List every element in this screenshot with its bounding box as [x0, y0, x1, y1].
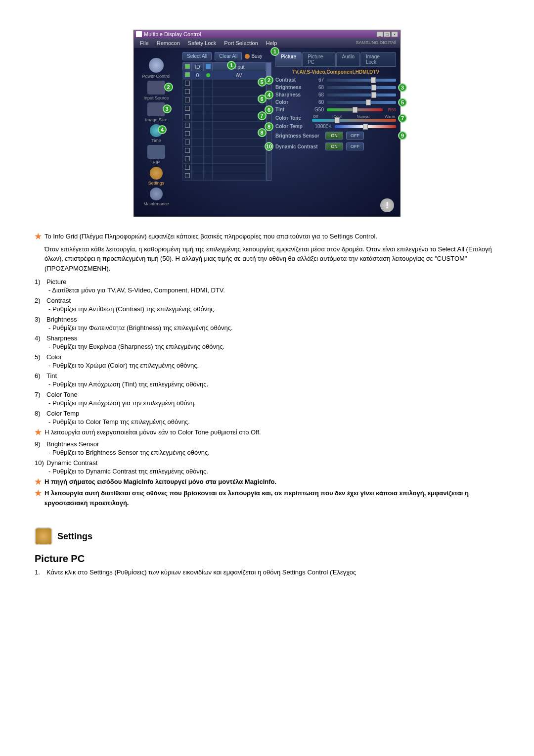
dynamic-contrast-on[interactable]: ON	[325, 142, 343, 150]
status-dot-icon	[206, 73, 210, 77]
dynamic-contrast-row: 10 Dynamic Contrast ON OFF	[275, 141, 396, 152]
main-area: Select All Clear All Busy 1 ID In	[178, 48, 400, 216]
brightness-sensor-on[interactable]: ON	[325, 132, 343, 140]
callout-badge: 10	[265, 142, 273, 151]
contrast-row: 2 Contrast 67	[275, 76, 396, 84]
sharpness-slider[interactable]	[327, 94, 396, 96]
tab-picture-pc[interactable]: Picture PC	[302, 52, 336, 67]
clear-all-button[interactable]: Clear All	[215, 52, 242, 60]
menu-safety-lock[interactable]: Safety Lock	[184, 39, 220, 47]
col-status	[204, 63, 213, 71]
callout-badge: 3	[398, 83, 407, 92]
pip-icon	[147, 145, 165, 159]
minimize-button[interactable]: _	[376, 31, 383, 37]
callout-badge: 1	[227, 61, 236, 70]
color-temp-row: 8 Color Temp 10000K	[275, 123, 396, 130]
table-row[interactable]	[183, 172, 266, 181]
tab-picture[interactable]: Picture	[275, 52, 302, 67]
sidebar-item-time[interactable]: Time 4	[150, 124, 163, 143]
table-row[interactable]: 0 AV	[183, 71, 266, 80]
callout-badge: 5	[398, 98, 407, 107]
list-item: 7)Color Tone- Ρυθμίζει την Απόχρωση για …	[35, 391, 499, 407]
table-row[interactable]	[183, 139, 266, 147]
table-row[interactable]: 8	[183, 130, 266, 139]
busy-indicator: Busy	[245, 53, 262, 59]
list-item: 1. Κάντε κλικ στο Settings (Ρυθμίσεις) τ…	[35, 568, 499, 576]
table-row[interactable]: 7	[183, 113, 266, 122]
brightness-sensor-row: Brightness Sensor ON OFF 9	[275, 130, 396, 141]
menu-file[interactable]: File	[136, 39, 153, 47]
tab-audio[interactable]: Audio	[336, 52, 360, 67]
callout-badge: 7	[398, 114, 407, 123]
color-temp-slider[interactable]	[335, 125, 396, 128]
settings-section-icon	[35, 527, 52, 545]
callout-badge: 9	[398, 131, 407, 140]
callout-badge: 3	[163, 104, 172, 113]
document-body: ★ Το Info Grid (Πλέγμα Πληροφοριών) εμφα…	[35, 232, 499, 576]
list-item: 1)Picture- Διατίθεται μόνο για TV,AV, S-…	[35, 278, 499, 294]
maximize-button[interactable]: □	[384, 31, 391, 37]
power-icon	[149, 58, 164, 73]
table-row[interactable]: 6	[183, 96, 266, 105]
col-check	[183, 63, 192, 71]
section-heading: Settings	[35, 527, 499, 545]
callout-badge: 2	[265, 76, 273, 85]
col-id: ID	[192, 63, 204, 71]
intro-text: Το Info Grid (Πλέγμα Πληροφοριών) εμφανί…	[44, 232, 499, 241]
info-grid-table: ID Input 0 AV 5 6	[182, 62, 266, 181]
color-slider[interactable]	[327, 101, 396, 104]
star-icon: ★	[35, 488, 42, 498]
tint-slider[interactable]	[327, 108, 383, 111]
menu-port-selection[interactable]: Port Selection	[220, 39, 262, 47]
window-title: Multiple Display Control	[144, 31, 201, 37]
table-row[interactable]	[183, 105, 266, 113]
menu-remocon[interactable]: Remocon	[153, 39, 184, 47]
brand-label: SAMSUNG DIGITAll	[354, 39, 398, 47]
select-all-button[interactable]: Select All	[182, 52, 212, 60]
app-window: Multiple Display Control _ □ × File Remo…	[134, 30, 400, 217]
color-tone-slider[interactable]	[312, 119, 396, 122]
callout-badge: 8	[265, 122, 273, 131]
bold-note: Η λειτουργία αυτή διατίθεται στις οθόνες…	[44, 488, 499, 508]
star-icon: ★	[35, 477, 42, 486]
callout-badge: 4	[158, 125, 167, 134]
input-source-icon	[147, 81, 165, 94]
menu-help[interactable]: Help	[262, 39, 281, 47]
list-item: 4)Sharpness- Ρυθμίζει την Ευκρίνεια (Sha…	[35, 334, 499, 350]
sidebar-item-power[interactable]: Power Control	[142, 58, 170, 79]
titlebar: Multiple Display Control _ □ ×	[134, 30, 400, 38]
sidebar-item-maintenance[interactable]: Maintenance	[143, 188, 169, 206]
table-row[interactable]	[183, 122, 266, 130]
tab-image-lock[interactable]: Image Lock	[360, 52, 396, 67]
sidebar-item-image-size[interactable]: Image Size 3	[145, 102, 167, 122]
info-icon[interactable]: !	[380, 198, 394, 212]
contrast-slider[interactable]	[327, 79, 396, 82]
brightness-sensor-off[interactable]: OFF	[346, 132, 364, 140]
brightness-slider[interactable]	[327, 86, 396, 89]
list-item: 5)Color- Ρυθμίζει το Χρώμα (Color) της ε…	[35, 353, 499, 369]
busy-dot-icon	[245, 54, 250, 59]
star-icon: ★	[35, 427, 42, 437]
note-text: Η λειτουργία αυτή ενεργοποιείται μόνον ε…	[44, 427, 499, 437]
table-row[interactable]: 5	[183, 80, 266, 88]
table-row[interactable]	[183, 155, 266, 164]
table-row[interactable]	[183, 88, 266, 96]
bold-note: Η πηγή σήματος εισόδου MagicInfo λειτουρ…	[44, 477, 499, 487]
list-item: 8)Color Temp- Ρυθμίζει το Color Temp της…	[35, 410, 499, 425]
menubar: File Remocon Safety Lock Port Selection …	[134, 38, 400, 48]
callout-badge: 1	[270, 47, 279, 56]
panel-header: TV,AV,S-Video,Component,HDMI,DTV	[275, 68, 396, 76]
list-item: 3)Brightness- Ρυθμίζει την Φωτεινότητα (…	[35, 316, 499, 331]
table-row[interactable]	[183, 164, 266, 172]
sidebar-item-input[interactable]: Input Source 2	[143, 81, 169, 100]
close-button[interactable]: ×	[391, 31, 398, 37]
dynamic-contrast-off[interactable]: OFF	[346, 142, 364, 150]
sidebar-item-settings[interactable]: Settings	[148, 167, 165, 186]
row-checkbox[interactable]	[185, 72, 190, 77]
list-item: 6)Tint- Ρυθμίζει την Απόχρωση (Tint) της…	[35, 372, 499, 388]
table-row[interactable]	[183, 147, 266, 155]
sidebar-item-pip[interactable]: PIP	[147, 145, 165, 165]
sub-heading: Picture PC	[35, 553, 499, 565]
brightness-row: Brightness 68 3	[275, 84, 396, 91]
color-tone-row: Color Tone Off Cool Normal Warm 7	[275, 113, 396, 123]
